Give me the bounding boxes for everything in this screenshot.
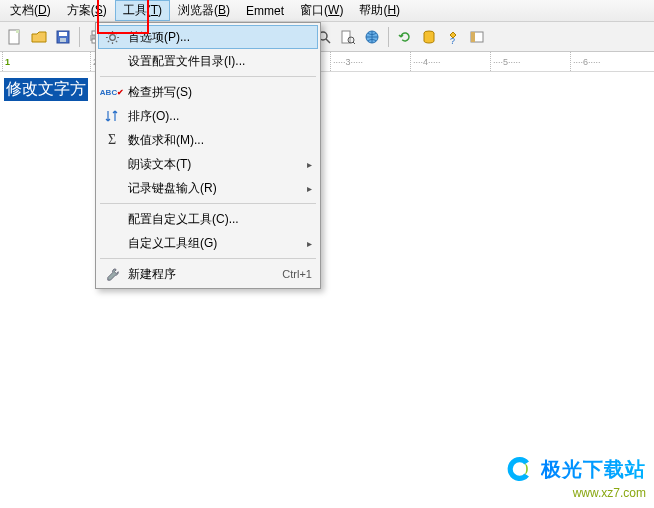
watermark-logo-icon — [505, 454, 535, 484]
menu-set-config-dir[interactable]: 设置配置文件目录(I)... — [98, 49, 318, 73]
wrench-icon — [102, 264, 122, 284]
ruler-anchor: 1 — [2, 52, 82, 71]
menu-config-tools[interactable]: 配置自定义工具(C)... — [98, 207, 318, 231]
menu-separator — [100, 258, 316, 259]
database-button[interactable] — [418, 26, 440, 48]
blank-icon — [102, 209, 122, 229]
watermark-title: 极光下载站 — [541, 456, 646, 483]
svg-point-26 — [109, 34, 115, 40]
menu-document[interactable]: 文档(D) — [2, 0, 59, 21]
sigma-icon: Σ — [102, 130, 122, 150]
open-file-button[interactable] — [28, 26, 50, 48]
refresh-button[interactable] — [394, 26, 416, 48]
menu-help[interactable]: 帮助(H) — [351, 0, 408, 21]
svg-rect-3 — [59, 32, 67, 36]
menu-tools[interactable]: 工具(T) — [115, 0, 170, 21]
find-web-button[interactable] — [361, 26, 383, 48]
menu-browser[interactable]: 浏览器(B) — [170, 0, 238, 21]
find-in-files-button[interactable] — [337, 26, 359, 48]
ruler-tick: ····4····· — [410, 52, 490, 71]
menu-separator — [100, 76, 316, 77]
submenu-arrow-icon: ▸ — [299, 159, 312, 170]
menu-emmet[interactable]: Emmet — [238, 2, 292, 20]
menu-preferences[interactable]: 首选项(P)... — [98, 25, 318, 49]
menu-separator — [100, 203, 316, 204]
help-button[interactable]: ? — [442, 26, 464, 48]
menu-sum[interactable]: Σ 数值求和(M)... — [98, 128, 318, 152]
menu-scheme[interactable]: 方案(S) — [59, 0, 115, 21]
menu-window[interactable]: 窗口(W) — [292, 0, 351, 21]
menu-spellcheck[interactable]: ABC✔ 检查拼写(S) — [98, 80, 318, 104]
menu-record-keys[interactable]: 记录键盘输入(R) ▸ — [98, 176, 318, 200]
svg-rect-4 — [60, 38, 66, 42]
submenu-arrow-icon: ▸ — [299, 183, 312, 194]
save-button[interactable] — [52, 26, 74, 48]
blank-icon — [102, 233, 122, 253]
blank-icon — [102, 51, 122, 71]
ruler-tick: ·····3····· — [330, 52, 410, 71]
tools-dropdown: 首选项(P)... 设置配置文件目录(I)... ABC✔ 检查拼写(S) 排序… — [95, 22, 321, 289]
toolbar-separator — [388, 27, 389, 47]
sort-icon — [102, 106, 122, 126]
submenu-arrow-icon: ▸ — [299, 238, 312, 249]
gear-icon — [102, 27, 122, 47]
menu-new-program[interactable]: 新建程序 Ctrl+1 — [98, 262, 318, 286]
svg-rect-25 — [471, 32, 475, 42]
ruler-tick: ····6····· — [570, 52, 650, 71]
panel-button[interactable] — [466, 26, 488, 48]
svg-text:?: ? — [450, 36, 455, 45]
new-file-button[interactable] — [4, 26, 26, 48]
menubar: 文档(D) 方案(S) 工具(T) 浏览器(B) Emmet 窗口(W) 帮助(… — [0, 0, 654, 22]
watermark-url: www.xz7.com — [505, 486, 646, 500]
blank-icon — [102, 154, 122, 174]
menu-readaloud[interactable]: 朗读文本(T) ▸ — [98, 152, 318, 176]
blank-icon — [102, 178, 122, 198]
menu-custom-toolgroup[interactable]: 自定义工具组(G) ▸ — [98, 231, 318, 255]
selected-text: 修改文字方 — [4, 78, 88, 101]
ruler-tick: ····5····· — [490, 52, 570, 71]
svg-rect-1 — [16, 30, 19, 33]
spellcheck-icon: ABC✔ — [102, 82, 122, 102]
toolbar-separator — [79, 27, 80, 47]
watermark: 极光下载站 www.xz7.com — [505, 454, 646, 500]
menu-sort[interactable]: 排序(O)... — [98, 104, 318, 128]
